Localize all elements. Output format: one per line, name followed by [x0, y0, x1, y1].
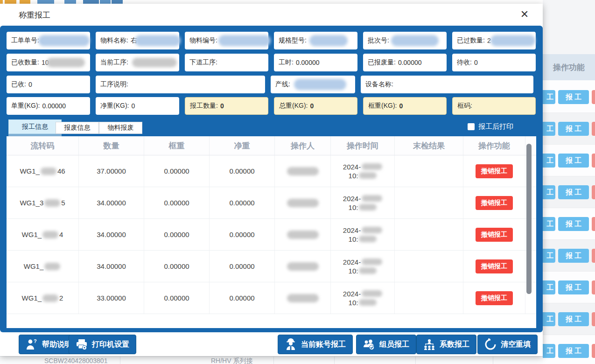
- cell-actions: 撤销报工: [463, 219, 525, 250]
- field-scrapped-qty[interactable]: 已报废量: 0.00000: [363, 54, 447, 71]
- field-label: 批次号:: [368, 36, 389, 45]
- report-button[interactable]: 报 工: [558, 249, 589, 263]
- danger-button-partial[interactable]: [592, 90, 595, 104]
- field-gross-weight[interactable]: 总重(KG): 0: [274, 97, 357, 115]
- report-button-partial[interactable]: 工: [543, 217, 555, 231]
- field-equipment-name[interactable]: 设备名称:: [361, 76, 533, 93]
- report-records-table: 流转码 数量 框重 净重 操作人 操作时间 末检结果 操作功能 WG1_46 3…: [7, 136, 536, 328]
- field-label: 设备名称:: [365, 80, 393, 89]
- redaction-blur: [287, 167, 319, 175]
- tab-bar: 报工信息 报废信息 物料报废 报工后打印: [7, 119, 536, 136]
- report-button-partial[interactable]: 工: [543, 90, 555, 104]
- field-next-process[interactable]: 下道工序:: [185, 54, 268, 71]
- field-label: 框码:: [457, 102, 472, 110]
- table-row: WG1_46 37.00000 0.00000 0.00000 2024- 10…: [7, 155, 536, 187]
- danger-button-partial[interactable]: [592, 344, 595, 358]
- field-process-desc[interactable]: 工序说明:: [96, 76, 265, 93]
- field-work-order-no[interactable]: 工单单号: SC: [7, 32, 90, 49]
- report-button[interactable]: 报 工: [558, 344, 589, 358]
- tab-report-info[interactable]: 报工信息: [8, 119, 62, 134]
- cell-flow-code: WG1_4: [7, 219, 78, 250]
- undo-report-button[interactable]: 撤销报工: [476, 164, 513, 178]
- tab-material-scrap[interactable]: 物料报废: [99, 122, 142, 134]
- field-passed-qty[interactable]: 已过数量: 2: [452, 32, 536, 49]
- undo-report-button[interactable]: 撤销报工: [476, 259, 513, 273]
- report-button[interactable]: 报 工: [558, 312, 589, 326]
- dialog-titlebar: 称重报工 ✕: [0, 4, 543, 26]
- field-spec-model[interactable]: 规格型号:: [274, 32, 357, 49]
- danger-button-partial[interactable]: [592, 249, 595, 263]
- field-row-4: 单重(KG): 0.00000 净重(KG): 0 报工数量: 0 总重(KG)…: [7, 97, 536, 115]
- button-label: 帮助说明: [42, 340, 72, 350]
- field-frame-code[interactable]: 框码:: [452, 97, 536, 115]
- field-received[interactable]: 已收: 0: [7, 76, 90, 93]
- report-button-partial[interactable]: 工: [543, 122, 555, 136]
- bg-chip: [112, 0, 123, 4]
- worker-icon: [285, 338, 297, 350]
- report-button[interactable]: 报 工: [558, 217, 589, 231]
- bg-chip: [37, 0, 54, 4]
- table-scrollbar[interactable]: [526, 144, 532, 294]
- printer-settings-button[interactable]: 打印机设置: [69, 335, 136, 354]
- report-button-partial[interactable]: 工: [543, 344, 555, 358]
- field-value: 0: [310, 102, 314, 110]
- report-current-account-button[interactable]: 当前账号报工: [278, 335, 353, 354]
- checkbox-icon[interactable]: [468, 123, 475, 130]
- report-coefficient-button[interactable]: 系数报工: [416, 335, 476, 354]
- danger-button-partial[interactable]: [592, 154, 595, 168]
- undo-report-button[interactable]: 撤销报工: [476, 228, 513, 242]
- undo-report-button[interactable]: 撤销报工: [476, 291, 513, 305]
- report-button[interactable]: 报 工: [558, 154, 589, 168]
- cell-flow-code: WG1_46: [7, 155, 78, 187]
- bg-chip: [5, 0, 16, 4]
- redaction-blur: [359, 204, 377, 210]
- field-unit-weight[interactable]: 单重(KG): 0.00000: [7, 97, 90, 115]
- field-row-2: 已收数量: 10 当前工序: 下道工序: 工时: 0.00000: [7, 54, 536, 71]
- clear-refill-button[interactable]: 清空重填: [477, 335, 538, 354]
- hierarchy-icon: [423, 338, 435, 350]
- field-pending-receive[interactable]: 待收: 0: [452, 54, 536, 71]
- print-after-report-checkbox[interactable]: 报工后打印: [468, 122, 513, 131]
- field-value: 0: [399, 102, 403, 110]
- report-button[interactable]: 报 工: [558, 90, 589, 104]
- report-team-members-button[interactable]: 组员报工: [356, 335, 416, 354]
- field-received-qty[interactable]: 已收数量: 10: [7, 54, 90, 71]
- cell-operator: [274, 187, 330, 218]
- report-button[interactable]: 报 工: [558, 280, 589, 294]
- cell-net-weight: 0.00000: [209, 187, 274, 218]
- report-button-partial[interactable]: 工: [543, 249, 555, 263]
- cell-net-weight: 0.00000: [209, 282, 274, 314]
- danger-button-partial[interactable]: [592, 122, 595, 136]
- field-label: 下道工序:: [189, 58, 217, 67]
- redaction-blur: [287, 199, 319, 207]
- field-net-weight[interactable]: 净重(KG): 0: [96, 97, 179, 115]
- bg-table-row: 工 报 工: [543, 81, 595, 113]
- report-button[interactable]: 报 工: [558, 122, 589, 136]
- danger-button-partial[interactable]: [592, 217, 595, 231]
- field-report-qty[interactable]: 报工数量: 0: [185, 97, 268, 115]
- cell-frame-weight: 0.00000: [144, 155, 209, 187]
- report-button-partial[interactable]: 工: [543, 280, 555, 294]
- field-current-process[interactable]: 当前工序:: [96, 54, 179, 71]
- field-label: 当前工序:: [100, 58, 128, 67]
- danger-button-partial[interactable]: [592, 280, 595, 294]
- danger-button-partial[interactable]: [592, 185, 595, 199]
- report-button[interactable]: 报 工: [558, 185, 589, 199]
- cell-final-check: [394, 219, 463, 250]
- field-production-line[interactable]: 产线:: [271, 76, 355, 93]
- tab-scrap-info[interactable]: 报废信息: [56, 122, 99, 134]
- cell-flow-code: WG1_2: [7, 282, 78, 314]
- field-label: 总重(KG):: [279, 102, 308, 110]
- danger-button-partial[interactable]: [592, 312, 595, 326]
- field-frame-weight[interactable]: 框重(KG): 0: [363, 97, 447, 115]
- report-button-partial[interactable]: 工: [543, 154, 555, 168]
- report-button-partial[interactable]: 工: [543, 185, 555, 199]
- field-material-code[interactable]: 物料编号:: [185, 32, 268, 49]
- field-batch-no[interactable]: 批次号:: [363, 32, 447, 49]
- undo-report-button[interactable]: 撤销报工: [476, 196, 513, 210]
- field-work-hours[interactable]: 工时: 0.00000: [274, 54, 357, 71]
- field-material-name[interactable]: 物料名称: 右: [96, 32, 179, 49]
- close-icon[interactable]: ✕: [518, 8, 531, 21]
- report-button-partial[interactable]: 工: [543, 312, 555, 326]
- redaction-blur: [362, 195, 382, 202]
